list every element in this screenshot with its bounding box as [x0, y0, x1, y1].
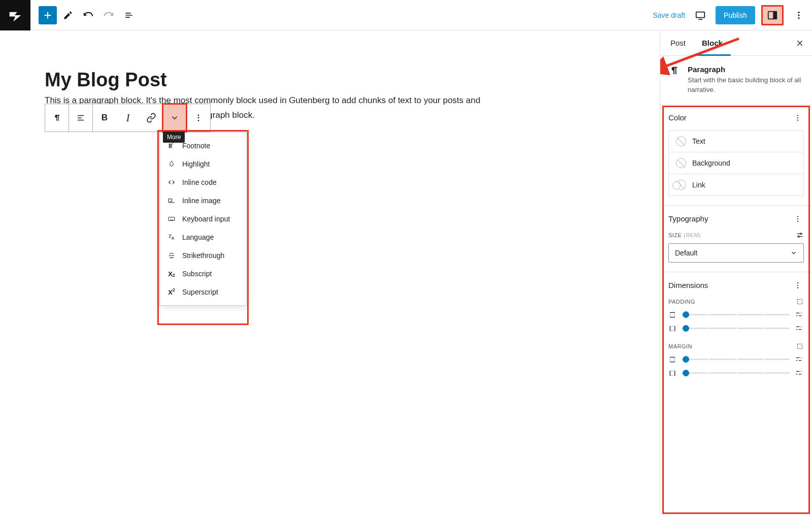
menu-item-highlight[interactable]: Highlight [160, 155, 246, 173]
set-custom-button[interactable] [795, 369, 804, 378]
svg-point-5 [798, 17, 800, 19]
link-button[interactable] [140, 104, 163, 132]
post-title[interactable]: My Blog Post [45, 70, 629, 90]
svg-point-21 [797, 287, 798, 288]
link-icon [146, 113, 156, 123]
publish-button[interactable]: Publish [716, 6, 755, 24]
box-sides-icon [796, 298, 804, 306]
svg-point-17 [800, 233, 802, 235]
panel-title: Typography [668, 214, 708, 223]
svg-point-13 [797, 119, 798, 120]
svg-point-16 [797, 220, 798, 221]
menu-item-keyboard-input[interactable]: Keyboard input [160, 210, 246, 228]
close-sidebar-button[interactable] [790, 39, 810, 47]
horizontal-sides-icon [668, 325, 676, 333]
svg-rect-23 [670, 312, 674, 317]
subscript-icon: X2 [167, 269, 176, 278]
font-size-select[interactable]: Default [668, 243, 804, 263]
margin-vertical-slider[interactable] [682, 356, 790, 363]
menu-item-subscript[interactable]: X2 Subscript [160, 265, 246, 283]
document-tools [30, 6, 138, 24]
svg-point-20 [797, 285, 798, 286]
italic-button[interactable]: I [116, 104, 140, 132]
font-size-value: Default [675, 249, 697, 257]
panel-typography: Typography SIZE (REM) Default [660, 205, 812, 272]
menu-item-label: Strikethrough [182, 251, 224, 260]
menu-item-strikethrough[interactable]: Strikethrough [160, 246, 246, 265]
padding-vertical-row [668, 310, 804, 319]
settings-panel-button[interactable] [761, 5, 784, 25]
unlink-sides-button[interactable] [796, 298, 804, 306]
menu-item-superscript[interactable]: X2 Superscript [160, 283, 246, 301]
redo-icon [103, 10, 114, 21]
menu-item-inline-image[interactable]: Inline image [160, 191, 246, 210]
more-rich-text-button[interactable]: More [163, 104, 186, 132]
svg-rect-2 [773, 11, 776, 19]
tab-post[interactable]: Post [662, 31, 694, 56]
more-tooltip: More [163, 132, 185, 143]
document-overview-button[interactable] [120, 6, 138, 24]
highlight-icon [167, 159, 176, 169]
set-custom-button[interactable] [795, 310, 804, 319]
color-row-text[interactable]: Text [669, 131, 803, 152]
color-row-link[interactable]: Link [669, 174, 803, 196]
align-button[interactable] [69, 104, 92, 132]
inline-image-icon [167, 196, 176, 205]
margin-vertical-row [668, 355, 804, 364]
block-type-button[interactable] [45, 104, 69, 132]
chevron-down-icon [170, 113, 179, 122]
tab-block[interactable]: Block [694, 31, 731, 56]
swatch-empty-icon [676, 158, 686, 168]
dimensions-options-button[interactable] [792, 279, 804, 292]
color-options-button[interactable] [792, 112, 804, 124]
margin-horizontal-slider[interactable] [682, 370, 790, 377]
padding-vertical-slider[interactable] [682, 311, 790, 318]
horizontal-sides-icon [668, 369, 676, 377]
panel-dimensions: Dimensions PADDING [660, 272, 812, 385]
block-options-button[interactable] [187, 104, 210, 132]
padding-horizontal-row [668, 324, 804, 333]
padding-horizontal-slider[interactable] [682, 325, 790, 332]
save-draft-link[interactable]: Save draft [653, 11, 685, 19]
kebab-icon [794, 215, 802, 223]
panel-color: Color Text Background [660, 104, 812, 205]
svg-point-12 [797, 117, 798, 118]
block-toolbar: B I More [45, 104, 211, 132]
block-name: Paragraph [688, 65, 804, 74]
close-icon [796, 39, 804, 47]
custom-size-button[interactable] [796, 231, 804, 239]
topbar-left [0, 0, 138, 30]
svg-point-18 [798, 236, 800, 237]
more-options-button[interactable] [790, 6, 808, 24]
site-logo[interactable] [0, 0, 30, 30]
svg-point-19 [797, 282, 798, 283]
margin-group: MARGIN [668, 342, 804, 378]
bold-button[interactable]: B [93, 104, 116, 132]
color-row-label: Link [692, 181, 705, 189]
kebab-icon [794, 114, 802, 122]
logo-icon [8, 8, 23, 23]
color-row-background[interactable]: Background [669, 152, 803, 174]
menu-item-language[interactable]: Language [160, 228, 246, 246]
menu-item-label: Highlight [182, 160, 210, 168]
more-rich-text-dropdown: Footnote Highlight Inline code Inline im… [159, 132, 247, 306]
undo-button[interactable] [79, 6, 97, 24]
redo-button[interactable] [99, 6, 118, 24]
svg-rect-0 [696, 12, 705, 17]
add-block-button[interactable] [39, 6, 57, 24]
svg-point-8 [198, 120, 199, 121]
menu-item-label: Keyboard input [182, 215, 230, 223]
unlink-sides-button[interactable] [796, 342, 804, 350]
set-custom-button[interactable] [795, 355, 804, 364]
topbar-right: Save draft Publish [653, 5, 808, 25]
typography-options-button[interactable] [792, 213, 804, 225]
svg-rect-25 [797, 344, 802, 348]
menu-item-label: Inline image [182, 197, 221, 205]
edit-mode-button[interactable] [59, 6, 77, 24]
preview-button[interactable] [691, 6, 709, 24]
editor-canvas: My Blog Post This is a paragraph block. … [0, 30, 660, 516]
menu-item-inline-code[interactable]: Inline code [160, 173, 246, 191]
menu-item-label: Language [182, 233, 214, 241]
set-custom-button[interactable] [795, 324, 804, 333]
padding-group: PADDING [668, 298, 804, 333]
